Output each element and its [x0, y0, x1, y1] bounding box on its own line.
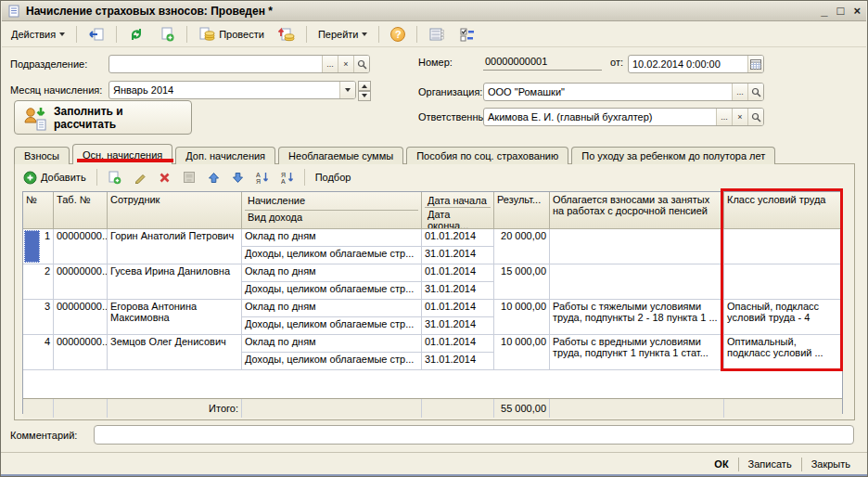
- list-settings-button[interactable]: [423, 24, 451, 45]
- delete-row-button[interactable]: [154, 170, 175, 186]
- end-edit-button[interactable]: [178, 169, 200, 186]
- comment-label: Комментарий:: [10, 430, 77, 441]
- table-row[interactable]: 1 00000000... Горин Анатолий Петрович Ок…: [23, 229, 842, 264]
- cell-dates[interactable]: 01.01.2014 31.01.2014: [422, 300, 494, 335]
- table-empty-area[interactable]: [23, 370, 842, 398]
- dropdown-button[interactable]: [339, 82, 355, 98]
- sort-descending-button[interactable]: ЯА: [276, 169, 299, 186]
- cell-early-pension[interactable]: [550, 229, 724, 264]
- cell-accrual-income[interactable]: Оклад по дням Доходы, целиком облагаемые…: [242, 229, 422, 264]
- ellipsis-button[interactable]: ...: [716, 109, 732, 125]
- table-header-row: № Таб. № Сотрудник Начисление Вид дохода…: [23, 192, 842, 229]
- tab-po-uhodu-za-rebenkom[interactable]: По уходу за ребенком до полутора лет: [571, 147, 775, 164]
- maximize-button[interactable]: □: [837, 5, 845, 18]
- cell-early-pension[interactable]: Работы с тяжелыми условиями труда, подпу…: [550, 300, 724, 335]
- header-result[interactable]: Результ...: [494, 192, 550, 229]
- post-button[interactable]: Провести: [193, 24, 270, 45]
- cell-employee[interactable]: Горин Анатолий Петрович: [108, 229, 242, 264]
- move-down-button[interactable]: [227, 170, 249, 186]
- cell-tab-num[interactable]: 00000000...: [54, 264, 108, 300]
- actions-menu-button[interactable]: Действия: [6, 26, 70, 43]
- clear-icon[interactable]: ×: [338, 56, 353, 72]
- cell-result[interactable]: 15 000,00: [494, 264, 550, 300]
- spinner-down-button[interactable]: [358, 91, 371, 101]
- cell-result[interactable]: 20 000,00: [494, 229, 550, 264]
- close-button[interactable]: ×: [853, 5, 861, 18]
- minimize-button[interactable]: _: [821, 5, 827, 18]
- search-icon[interactable]: [353, 56, 369, 72]
- cell-result[interactable]: 10 000,00: [494, 300, 550, 335]
- cell-early-pension[interactable]: Работы с вредными условиями труда, подпу…: [550, 335, 724, 370]
- ellipsis-button[interactable]: ...: [732, 84, 747, 100]
- table-row[interactable]: 2 00000000... Гусева Ирина Даниловна Окл…: [23, 264, 842, 300]
- cell-num[interactable]: 2: [23, 264, 54, 300]
- cell-employee[interactable]: Земцов Олег Денисович: [108, 335, 242, 370]
- cell-dates[interactable]: 01.01.2014 31.01.2014: [422, 264, 494, 300]
- comment-input[interactable]: [94, 425, 854, 445]
- search-icon[interactable]: [747, 109, 763, 125]
- sort-ascending-button[interactable]: АЯ: [251, 169, 274, 186]
- cell-result[interactable]: 10 000,00: [494, 335, 550, 370]
- cell-tab-num[interactable]: 00000000...: [54, 229, 108, 264]
- copy-row-button[interactable]: [103, 169, 126, 187]
- organization-label: Организация:: [418, 86, 482, 97]
- tab-posobiya[interactable]: Пособия по соц. страхованию: [406, 147, 568, 164]
- organization-field[interactable]: ООО "Ромашки" ...: [483, 83, 764, 101]
- table-row[interactable]: 4 00000000... Земцов Олег Денисович Окла…: [23, 335, 842, 370]
- header-accrual-income[interactable]: Начисление Вид дохода: [242, 192, 422, 229]
- cell-dates[interactable]: 01.01.2014 31.01.2014: [422, 335, 494, 370]
- cell-tab-num[interactable]: 00000000...: [54, 335, 108, 370]
- add-row-button[interactable]: Добавить: [19, 169, 91, 187]
- responsible-field[interactable]: Акимова Е. И. (главный бухгалтер) ... ×: [483, 108, 764, 126]
- save-button[interactable]: Записать: [739, 457, 801, 471]
- cell-employee[interactable]: Егорова Антонина Максимовна: [108, 300, 242, 335]
- header-employee[interactable]: Сотрудник: [108, 192, 242, 229]
- save-and-close-button[interactable]: [83, 24, 110, 45]
- go-to-menu-button[interactable]: Перейти: [313, 26, 374, 43]
- ellipsis-button[interactable]: ...: [322, 56, 338, 72]
- table-row[interactable]: 3 00000000... Егорова Антонина Максимовн…: [23, 300, 842, 335]
- header-early-pension[interactable]: Облагается взносами за занятых на работа…: [550, 192, 724, 229]
- visibility-settings-button[interactable]: [453, 24, 481, 45]
- department-field[interactable]: ... ×: [108, 55, 370, 73]
- header-num[interactable]: №: [23, 192, 54, 229]
- tab-neoblagaemye-summy[interactable]: Необлагаемые суммы: [278, 147, 403, 164]
- cell-tab-num[interactable]: 00000000...: [54, 300, 108, 335]
- search-icon[interactable]: [747, 84, 763, 100]
- cell-dates[interactable]: 01.01.2014 31.01.2014: [422, 229, 494, 264]
- unpost-button[interactable]: [273, 24, 300, 45]
- tab-dop-nachisleniya[interactable]: Доп. начисления: [175, 147, 275, 164]
- month-spinner[interactable]: [358, 81, 371, 99]
- svg-text:А: А: [256, 172, 261, 178]
- accrual-month-field[interactable]: Январь 2014: [108, 81, 356, 99]
- refresh-button[interactable]: [122, 24, 150, 45]
- toolbar-separator: [416, 26, 417, 43]
- cell-num[interactable]: 1: [23, 229, 54, 264]
- cell-num[interactable]: 3: [23, 300, 54, 335]
- footer-button-bar: ОК Записать Закрыть: [1, 453, 860, 475]
- spinner-up-button[interactable]: [358, 81, 371, 91]
- header-dates[interactable]: Дата начала Дата оконча...: [422, 192, 494, 229]
- header-tab-num[interactable]: Таб. №: [54, 192, 108, 229]
- move-up-button[interactable]: [203, 170, 224, 186]
- tab-vznosy[interactable]: Взносы: [14, 147, 70, 164]
- copy-add-icon: [108, 171, 121, 185]
- pick-button[interactable]: Подбор: [311, 170, 356, 185]
- cell-early-pension[interactable]: [550, 264, 724, 300]
- date-field[interactable]: 10.02.2014 0:00:00: [628, 55, 764, 73]
- edit-row-button[interactable]: [129, 169, 151, 186]
- cell-num[interactable]: 4: [23, 335, 54, 370]
- copy-new-button[interactable]: [153, 24, 181, 45]
- window-bottom-edge: [1, 474, 867, 476]
- calendar-icon[interactable]: [747, 56, 763, 72]
- clear-icon[interactable]: ×: [732, 109, 747, 125]
- cell-accrual-income[interactable]: Оклад по дням Доходы, целиком облагаемые…: [242, 335, 422, 370]
- ok-button[interactable]: ОК: [705, 457, 737, 471]
- help-button[interactable]: ?: [385, 24, 411, 45]
- cell-accrual-income[interactable]: Оклад по дням Доходы, целиком облагаемые…: [242, 264, 422, 300]
- cell-accrual-income[interactable]: Оклад по дням Доходы, целиком облагаемые…: [242, 300, 422, 335]
- cell-employee[interactable]: Гусева Ирина Даниловна: [108, 264, 242, 300]
- close-form-button[interactable]: Закрыть: [802, 457, 860, 471]
- save-close-icon: [88, 27, 105, 42]
- fill-and-calculate-button[interactable]: Заполнить и рассчитать: [14, 100, 192, 135]
